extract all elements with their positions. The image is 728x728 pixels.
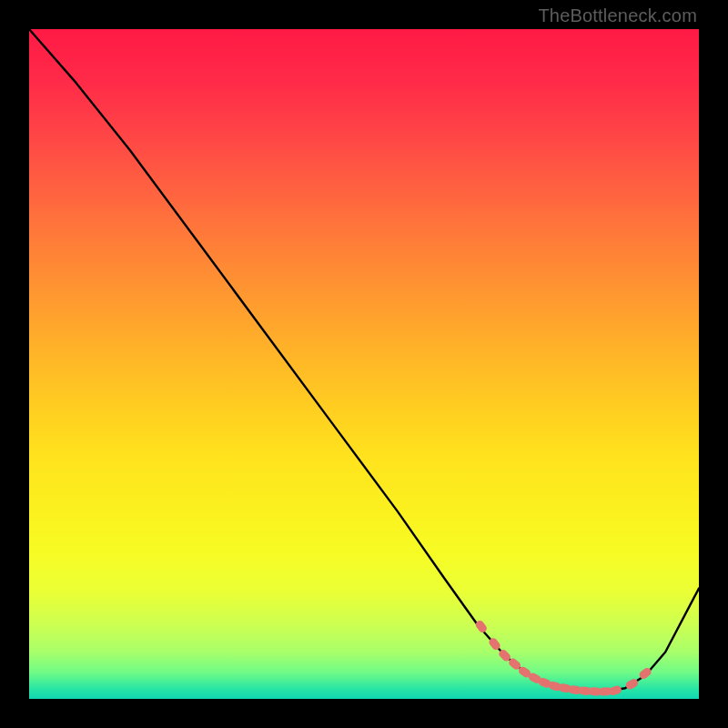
plot-area [29,29,699,699]
chart-svg [29,29,699,699]
watermark-text: TheBottleneck.com [538,5,697,26]
marker-group [474,619,652,696]
bottleneck-curve [29,29,699,692]
chart-frame: TheBottleneck.com [0,0,728,728]
